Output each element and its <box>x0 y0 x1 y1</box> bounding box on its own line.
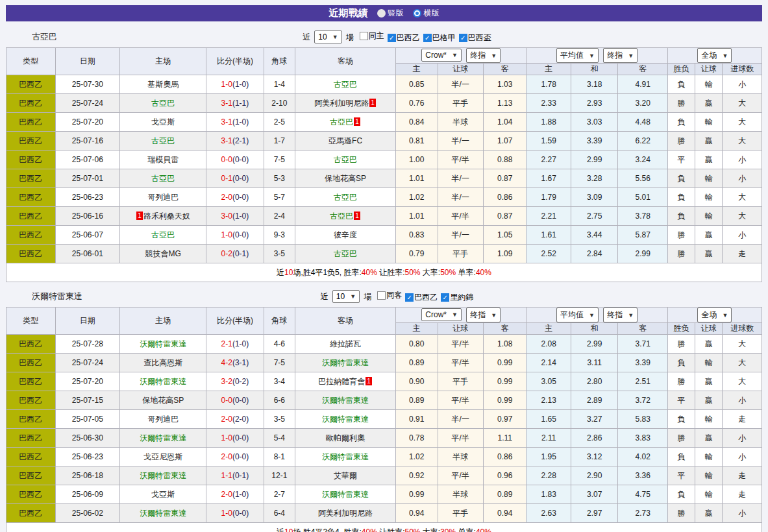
chevron-down-icon: ▼ <box>491 53 497 59</box>
date-cell: 25-07-16 <box>55 132 120 151</box>
radio-off-icon[interactable] <box>377 9 386 18</box>
team-link[interactable]: 艾華爾 <box>334 471 357 480</box>
filter-checkbox[interactable]: ✓巴西乙 <box>405 292 438 303</box>
average-select[interactable]: 平均值▼ <box>556 308 599 322</box>
radio-on-icon[interactable] <box>413 9 421 18</box>
checkbox-icon[interactable] <box>360 32 368 40</box>
home-team-cell: 沃爾特雷東達 <box>120 372 206 391</box>
team-link[interactable]: 古亞巴 <box>151 230 175 239</box>
team-link[interactable]: 沃爾特雷東達 <box>322 452 369 461</box>
team-link[interactable]: 古亞巴 <box>151 99 175 108</box>
match-row: 巴西乙25-07-05哥列迪巴2-0(2-0)3-5沃爾特雷東達0.91半/一0… <box>6 410 762 429</box>
team-link[interactable]: 沃爾特雷東達 <box>140 377 186 386</box>
team-section-1: 沃爾特雷東達 近 10 ▼ 場 同客✓巴西乙✓里約錦 类型 日期 主场 比分(半… <box>6 288 762 532</box>
checkbox-icon[interactable]: ✓ <box>388 34 396 42</box>
team-link[interactable]: 戈亞斯 <box>151 490 175 499</box>
filter-checkbox-label: 巴西乙 <box>397 32 420 43</box>
team-link[interactable]: 查比高恩斯 <box>143 358 182 367</box>
team-link[interactable]: 沃爾特雷東達 <box>322 415 369 424</box>
league-type-cell: 巴西乙 <box>6 391 56 410</box>
final-odds-select-2[interactable]: 终指▼ <box>603 48 638 63</box>
team-link[interactable]: 競技會MG <box>145 249 180 258</box>
team-link[interactable]: 保地花高SP <box>325 174 366 183</box>
team-link[interactable]: 古亞巴 <box>334 193 357 202</box>
team-link[interactable]: 沃爾特雷東達 <box>140 509 186 518</box>
team-link[interactable]: 保地花高SP <box>142 396 184 405</box>
filter-checkbox[interactable]: ✓里約錦 <box>441 292 473 303</box>
checkbox-icon[interactable] <box>377 291 386 300</box>
team-link[interactable]: 維拉諾瓦 <box>330 339 361 348</box>
team-link[interactable]: 沃爾特雷東達 <box>322 358 369 367</box>
full-time-score: 2-0 <box>221 490 232 499</box>
league-type-cell: 巴西乙 <box>6 113 56 132</box>
result-cell: 贏 <box>695 372 723 391</box>
bookmaker-select[interactable]: Crow*▼ <box>421 308 462 321</box>
final-odds-select[interactable]: 终指▼ <box>466 308 501 322</box>
radio-horizontal-layout[interactable]: 横版 <box>413 8 440 19</box>
result-cell: 贏 <box>695 391 723 410</box>
radio-vertical-layout[interactable]: 豎版 <box>377 8 404 19</box>
filter-checkbox[interactable]: ✓巴西盃 <box>459 32 491 43</box>
team-link[interactable]: 瑞模貝雷 <box>147 155 179 164</box>
team-link[interactable]: 古亞巴 <box>334 155 357 164</box>
final-odds-select[interactable]: 终指▼ <box>466 48 501 63</box>
team-link[interactable]: 基斯奧馬 <box>147 80 179 89</box>
recent-count-value: 10 <box>336 292 345 301</box>
team-link[interactable]: 古亞巴 <box>330 117 353 127</box>
recent-count-select[interactable]: 10 ▼ <box>332 290 360 303</box>
team-link[interactable]: 戈亞尼恩斯 <box>143 452 182 461</box>
team-link[interactable]: 亞馬遜FC <box>328 136 362 145</box>
average-select[interactable]: 平均值▼ <box>556 48 599 63</box>
team-link[interactable]: 阿美利加明尼路 <box>314 99 369 108</box>
page-title: 近期戰績 <box>329 7 368 19</box>
scope-select[interactable]: 全场▼ <box>697 308 732 322</box>
games-unit-label: 場 <box>346 32 354 43</box>
result-cell: 平 <box>667 391 695 410</box>
match-row: 巴西乙25-06-161路禾利桑天奴3-0(1-0)2-4古亞巴11.01平/半… <box>6 207 762 226</box>
team-link[interactable]: 古亞巴 <box>151 136 175 145</box>
team-link[interactable]: 歐帕爾利奧 <box>326 433 365 442</box>
odds-cell: 平/半 <box>438 207 483 226</box>
team-link[interactable]: 沃爾特雷東達 <box>140 471 186 480</box>
average-odds-cell: 1.88 <box>526 113 571 132</box>
filter-checkbox[interactable]: ✓巴西乙 <box>388 32 420 43</box>
team-link[interactable]: 彼辛度 <box>334 230 357 239</box>
filter-checkbox[interactable]: 同客 <box>377 290 402 301</box>
team-link[interactable]: 戈亞斯 <box>151 117 175 127</box>
team-link[interactable]: 古亞巴 <box>334 80 357 89</box>
result-cell: 負 <box>667 354 695 372</box>
result-cell: 輸 <box>695 448 723 466</box>
bookmaker-select[interactable]: Crow*▼ <box>421 49 462 62</box>
home-team-cell: 戈亞尼恩斯 <box>120 448 206 466</box>
odds-cell: 0.94 <box>396 504 438 523</box>
recent-count-select[interactable]: 10 ▼ <box>314 30 341 43</box>
team-link[interactable]: 沃爾特雷東達 <box>322 396 369 405</box>
team-link[interactable]: 沃爾特雷東達 <box>322 490 369 499</box>
team-link[interactable]: 哥列迪巴 <box>147 415 179 424</box>
team-link[interactable]: 巴拉納體育會 <box>318 377 365 386</box>
team-link[interactable]: 路禾利桑天奴 <box>143 212 190 221</box>
team-link[interactable]: 古亞巴 <box>330 212 353 221</box>
league-type-cell: 巴西乙 <box>6 226 56 245</box>
checkbox-icon[interactable]: ✓ <box>405 293 414 302</box>
average-odds-cell: 2.84 <box>571 245 617 263</box>
scope-select[interactable]: 全场▼ <box>697 48 732 63</box>
checkbox-icon[interactable]: ✓ <box>423 34 432 42</box>
team-link[interactable]: 沃爾特雷東達 <box>140 433 186 442</box>
team-link[interactable]: 古亞巴 <box>334 249 357 258</box>
result-cell: 贏 <box>695 132 723 151</box>
games-unit-label: 場 <box>364 291 371 302</box>
average-odds-cell: 2.99 <box>571 151 617 169</box>
team-link[interactable]: 古亞巴 <box>151 174 175 183</box>
odds-cell: 0.76 <box>396 94 438 113</box>
checkbox-icon[interactable]: ✓ <box>441 293 449 302</box>
team-link[interactable]: 沃爾特雷東達 <box>140 339 186 348</box>
final-odds-select-2[interactable]: 终指▼ <box>603 308 638 322</box>
team-link[interactable]: 哥列迪巴 <box>147 193 179 202</box>
team-link[interactable]: 阿美利加明尼路 <box>318 509 373 518</box>
col-res-goals: 进球数 <box>723 323 762 335</box>
summary-row-1: 近10场,胜4平2负4, 胜率:40% 让胜率:50% 大率:30% 单率:40… <box>6 523 762 532</box>
filter-checkbox[interactable]: ✓巴格甲 <box>423 32 456 43</box>
checkbox-icon[interactable]: ✓ <box>459 34 467 42</box>
filter-checkbox[interactable]: 同主 <box>360 30 384 42</box>
